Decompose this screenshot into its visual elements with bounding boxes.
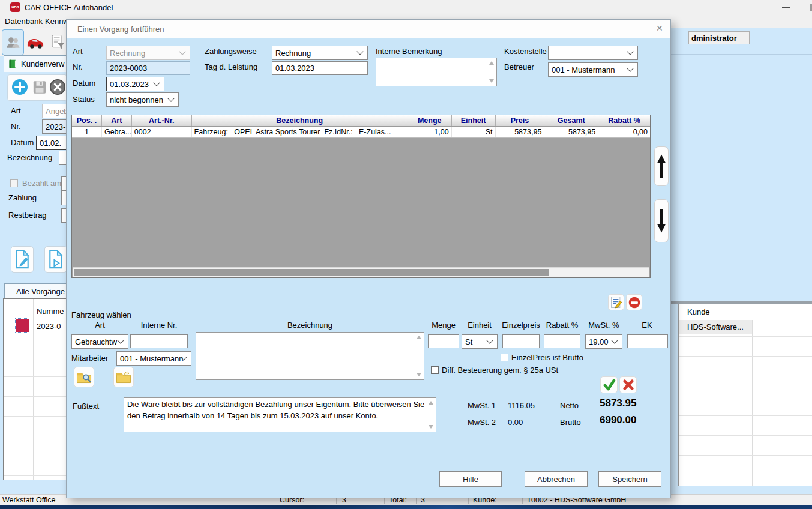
- customer-row-label[interactable]: HDS-Software...: [687, 322, 744, 331]
- vorgaenge-table[interactable]: Numme 2023-0: [3, 298, 68, 480]
- chevron-down-icon: [356, 48, 363, 55]
- entry-ek-field[interactable]: [627, 334, 668, 348]
- mwst1-label: MwSt. 1: [468, 401, 496, 410]
- dialog-nr-field[interactable]: 2023-0003: [106, 61, 190, 75]
- cell-rabatt: 0,00: [598, 127, 650, 137]
- dialog-bemerkung-textarea[interactable]: [376, 58, 497, 86]
- mitarbeiter-value: 001 - Mustermann: [120, 354, 184, 363]
- abbrechen-button[interactable]: Abbrechen: [525, 471, 588, 487]
- tab-kundenverwaltung[interactable]: Kundenverw: [4, 55, 68, 72]
- documents-toolbar-button[interactable]: [47, 29, 68, 54]
- menu-kennwort[interactable]: Kennw: [45, 17, 69, 26]
- entry-menge-field[interactable]: [428, 334, 459, 348]
- col-header-gesamt[interactable]: Gesamt: [544, 115, 598, 126]
- dialog-betreuer-combo[interactable]: 001 - Mustermann: [548, 62, 638, 77]
- entry-einzelpreis-field[interactable]: [502, 334, 540, 348]
- dialog-kostenstelle-combo[interactable]: [548, 46, 638, 60]
- delete-position-button[interactable]: [626, 294, 642, 310]
- vehicles-toolbar-button[interactable]: [24, 29, 46, 54]
- folder-search-icon: [76, 370, 92, 385]
- fusstext-textarea[interactable]: Die Ware bleibt bis zur vollständigen Be…: [124, 397, 436, 432]
- right-panel-divider: [671, 54, 812, 55]
- dialog-datum-value: 01.03.2023: [110, 80, 149, 89]
- dialog-art-label: Art: [73, 47, 83, 56]
- move-down-button[interactable]: [654, 199, 669, 242]
- scroll-down-icon[interactable]: [417, 373, 421, 376]
- fahrzeug-waehlen-label[interactable]: Fahrzeug wählen: [71, 310, 131, 319]
- logged-in-user-box: dministrator: [688, 31, 750, 44]
- table-row[interactable]: 1 Gebra... 0002 Fahrzeug: OPEL Astra Spo…: [72, 127, 650, 138]
- document-filter-icon: [49, 34, 66, 50]
- col-header-pos[interactable]: Pos. .: [72, 115, 102, 126]
- diff-besteuerung-checkbox[interactable]: [431, 366, 439, 374]
- bezahlt-am-checkbox[interactable]: [10, 179, 18, 187]
- open-folder-button[interactable]: [113, 367, 134, 387]
- scrollbar-thumb[interactable]: [74, 269, 549, 276]
- scroll-up-icon[interactable]: [417, 336, 421, 339]
- diff-besteuerung-label: Diff. Besteuerung gem. § 25a USt: [442, 366, 558, 375]
- netto-label: Netto: [560, 401, 579, 410]
- dialog-zahlungsweise-value: Rechnung: [275, 49, 311, 58]
- cell-pos: 1: [72, 127, 102, 137]
- grid-line: [4, 337, 67, 337]
- restbetrag-label: Restbetrag: [8, 211, 47, 220]
- customers-toolbar-button[interactable]: [2, 29, 24, 55]
- einzelpreis-brutto-checkbox[interactable]: [501, 354, 508, 361]
- col-header-art[interactable]: Art: [102, 115, 132, 126]
- tab-alle-vorgaenge[interactable]: Alle Vorgänge: [4, 283, 68, 298]
- confirm-position-button[interactable]: [600, 376, 618, 393]
- dialog-tag-leistung-field[interactable]: 01.03.2023: [272, 61, 368, 75]
- scroll-up-icon[interactable]: [489, 61, 494, 65]
- col-header-artnr[interactable]: Art.-Nr.: [132, 115, 192, 126]
- app-window: HDS CAR OFFICE Autohandel Datenbank Kenn…: [0, 0, 812, 509]
- col-header-menge[interactable]: Menge: [408, 115, 452, 126]
- dialog-datum-combo[interactable]: 01.03.2023: [106, 77, 164, 91]
- dialog-status-combo[interactable]: nicht begonnen: [106, 92, 179, 107]
- entry-col-menge: Menge: [428, 321, 459, 330]
- entry-mwst-combo[interactable]: 19.00: [585, 334, 622, 349]
- tab-kundenverwaltung-label: Kundenverw: [21, 59, 64, 68]
- dialog-titlebar: Einen Vorgang fortführen ✕: [67, 20, 670, 38]
- entry-rabatt-field[interactable]: [544, 334, 580, 348]
- col-header-rabatt[interactable]: Rabatt %: [598, 115, 650, 126]
- entry-einheit-combo[interactable]: St: [462, 334, 498, 349]
- close-icon[interactable]: ✕: [656, 23, 663, 33]
- scroll-down-icon[interactable]: [489, 79, 494, 83]
- sidebar-art-label: Art: [11, 106, 21, 115]
- horizontal-scrollbar[interactable]: [73, 267, 649, 277]
- cell-menge: 1,00: [408, 127, 452, 137]
- fusstext-label: Fußtext: [73, 402, 99, 411]
- cancel-record-button[interactable]: [49, 79, 66, 95]
- run-document-button[interactable]: [44, 246, 67, 273]
- add-record-button[interactable]: [11, 78, 29, 96]
- search-vehicle-button[interactable]: [74, 367, 94, 387]
- menu-datenbank[interactable]: Datenbank: [5, 17, 43, 26]
- move-up-button[interactable]: [654, 146, 669, 186]
- col-header-preis[interactable]: Preis: [496, 115, 545, 126]
- speichern-button[interactable]: Speichern: [598, 471, 661, 487]
- edit-position-button[interactable]: [608, 294, 624, 310]
- windows-taskbar[interactable]: [0, 505, 812, 509]
- vorgaenge-row-label[interactable]: 2023-0: [37, 322, 61, 331]
- col-header-einheit[interactable]: Einheit: [452, 115, 496, 126]
- entry-interne-nr-field[interactable]: [130, 334, 188, 348]
- positions-table[interactable]: Pos. . Art Art.-Nr. Bezeichnung Menge Ei…: [71, 115, 651, 278]
- save-record-button[interactable]: [32, 80, 47, 95]
- edit-document-button[interactable]: [11, 246, 34, 273]
- mitarbeiter-combo[interactable]: 001 - Mustermann: [116, 351, 191, 366]
- dialog-art-combo[interactable]: Rechnung: [106, 46, 190, 60]
- cancel-position-button[interactable]: [619, 376, 637, 393]
- chevron-down-icon: [153, 79, 160, 86]
- customers-icon: [5, 34, 22, 51]
- col-header-bezeichnung[interactable]: Bezeichnung: [192, 115, 408, 126]
- dialog-zahlungsweise-combo[interactable]: Rechnung: [272, 46, 368, 60]
- scroll-down-icon[interactable]: [429, 425, 433, 429]
- entry-art-combo[interactable]: Gebrauchtwa: [71, 334, 128, 349]
- scroll-up-icon[interactable]: [429, 401, 433, 405]
- grid-line: [679, 435, 812, 436]
- minimize-button[interactable]: [782, 7, 790, 8]
- entry-bezeichnung-textarea[interactable]: [196, 332, 424, 380]
- customer-table[interactable]: Kunde HDS-Software...: [678, 304, 812, 486]
- sidebar-datum-field[interactable]: 01.02.: [36, 136, 70, 150]
- hilfe-button[interactable]: Hilfe: [439, 471, 502, 487]
